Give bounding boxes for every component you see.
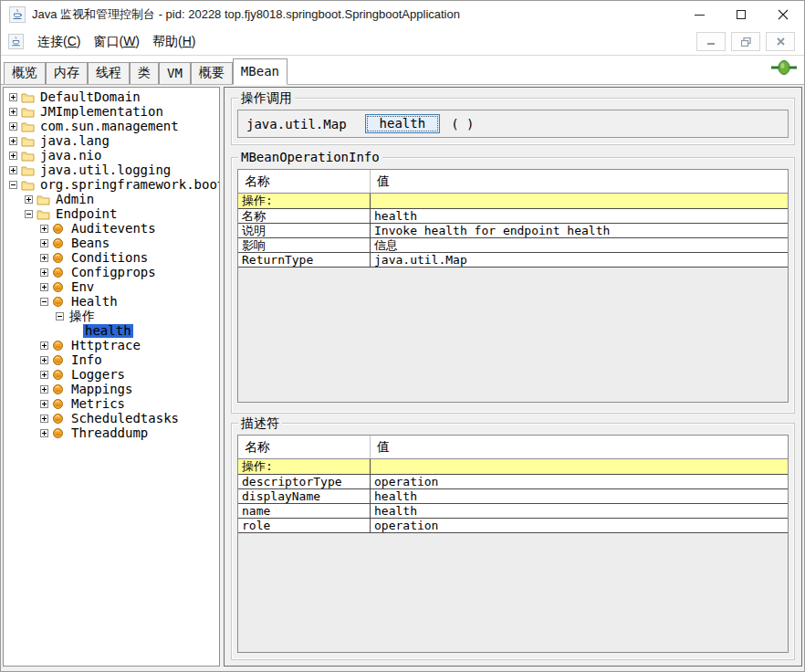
tree-node-java.nio[interactable]: java.nio — [4, 148, 219, 163]
table-row[interactable]: 操作: — [238, 194, 788, 209]
tree-node-com.sun.management[interactable]: com.sun.management — [4, 119, 219, 133]
cell-value: java.util.Map — [371, 253, 788, 267]
table-row[interactable]: 名称health — [238, 209, 788, 224]
expand-icon[interactable] — [9, 152, 17, 160]
expand-icon[interactable] — [40, 385, 48, 394]
expand-icon[interactable] — [40, 371, 48, 379]
expand-icon[interactable] — [9, 137, 17, 145]
menu-item-w[interactable]: 窗口(W) — [87, 31, 146, 53]
tree-node-Configprops[interactable]: Configprops — [4, 265, 219, 279]
expand-icon[interactable] — [40, 268, 48, 277]
tree-node-Auditevents[interactable]: Auditevents — [4, 221, 219, 236]
table-row[interactable]: 操作: — [238, 459, 788, 475]
tree-node-Scheduledtasks[interactable]: Scheduledtasks — [4, 411, 219, 425]
iframe-close-button[interactable] — [766, 32, 795, 51]
tree-node-java.lang[interactable]: java.lang — [4, 133, 219, 148]
table-row[interactable]: ReturnTypejava.util.Map — [238, 253, 788, 268]
tree-node-label: DefaultDomain — [38, 90, 142, 104]
tab-内存[interactable]: 内存 — [46, 62, 88, 84]
tree-node-label: Endpoint — [54, 207, 119, 221]
java-cup-icon-small — [8, 34, 24, 49]
tree-node-Admin[interactable]: Admin — [4, 192, 219, 206]
table-row[interactable]: roleoperation — [238, 519, 788, 533]
tree-node-Endpoint[interactable]: Endpoint — [4, 206, 219, 221]
folder-icon — [37, 207, 51, 220]
expand-icon[interactable] — [9, 122, 17, 131]
tree-node-Threaddump[interactable]: Threaddump — [4, 425, 219, 440]
tree-node-Httptrace[interactable]: Httptrace — [4, 338, 219, 352]
tree-node-label: Auditevents — [69, 222, 158, 236]
table-row[interactable]: descriptorTypeoperation — [238, 475, 788, 489]
collapse-icon[interactable] — [40, 298, 48, 306]
java-cup-icon — [9, 6, 26, 23]
iframe-restore-button[interactable] — [731, 32, 760, 51]
expand-icon[interactable] — [40, 341, 48, 350]
invoke-health-button[interactable]: health — [365, 114, 441, 133]
minimize-button[interactable] — [678, 1, 720, 28]
tree-node-org.springframework.boot[interactable]: org.springframework.boot — [4, 177, 219, 192]
table-row[interactable]: 影响信息 — [238, 238, 788, 253]
menu-item-h[interactable]: 帮助(H) — [146, 31, 202, 53]
maximize-button[interactable] — [720, 1, 762, 28]
table-row[interactable]: 说明Invoke health for endpoint health — [238, 224, 788, 238]
folder-icon — [21, 105, 36, 118]
mbean-content: DefaultDomainJMImplementationcom.sun.man… — [1, 85, 804, 672]
bean-icon — [52, 295, 67, 308]
expand-icon[interactable] — [9, 166, 17, 174]
tab-vm[interactable]: VM — [159, 62, 191, 84]
expand-icon[interactable] — [40, 400, 48, 408]
tab-mbean[interactable]: MBean — [233, 58, 288, 85]
jconsole-window: { "window": { "title": "Java 监视和管理控制台 - … — [0, 0, 805, 672]
bean-icon — [52, 236, 67, 249]
expand-icon[interactable] — [9, 108, 17, 116]
bean-icon — [52, 397, 67, 410]
cell-value: operation — [371, 475, 788, 488]
tree-node-Beans[interactable]: Beans — [4, 236, 219, 250]
table-row[interactable]: displayNamehealth — [238, 489, 788, 504]
tree-node-Conditions[interactable]: Conditions — [4, 250, 219, 265]
tree-node-DefaultDomain[interactable]: DefaultDomain — [4, 89, 219, 104]
collapse-icon[interactable] — [56, 312, 64, 320]
expand-icon[interactable] — [40, 356, 48, 364]
close-button[interactable] — [762, 1, 804, 28]
tree-node-java.util.logging[interactable]: java.util.logging — [4, 163, 219, 177]
tab-类[interactable]: 类 — [130, 62, 159, 84]
tree-node-label: Configprops — [69, 266, 158, 279]
tree-node-Info[interactable]: Info — [4, 352, 219, 367]
descriptor-group: 描述符 名称值操作:descriptorTypeoperationdisplay… — [231, 423, 795, 660]
bean-icon — [52, 280, 67, 293]
collapse-icon[interactable] — [9, 181, 17, 189]
tree-node-Metrics[interactable]: Metrics — [4, 396, 219, 411]
tree-node-label: Env — [69, 280, 96, 294]
expand-icon[interactable] — [9, 93, 17, 101]
tab-线程[interactable]: 线程 — [88, 62, 130, 84]
tree-node-Health[interactable]: Health — [4, 294, 219, 309]
tree-node-Env[interactable]: Env — [4, 279, 219, 294]
tree-node-Loggers[interactable]: Loggers — [4, 367, 219, 382]
bean-icon — [52, 412, 67, 425]
expand-icon[interactable] — [40, 254, 48, 262]
table-row[interactable]: namehealth — [238, 504, 788, 519]
expand-icon[interactable] — [40, 429, 48, 437]
expand-icon[interactable] — [25, 195, 33, 204]
tree-node-操作[interactable]: 操作 — [4, 309, 219, 323]
expand-icon[interactable] — [40, 225, 48, 233]
cell-name: 操作: — [238, 459, 371, 474]
expand-icon[interactable] — [40, 239, 48, 247]
iframe-minimize-button[interactable] — [696, 32, 726, 51]
menu-item-c[interactable]: 连接(C) — [31, 31, 87, 53]
collapse-icon[interactable] — [25, 210, 33, 218]
tree-node-JMImplementation[interactable]: JMImplementation — [4, 104, 219, 119]
tree-node-Mappings[interactable]: Mappings — [4, 382, 219, 396]
tree-node-label: java.lang — [38, 134, 111, 148]
window-controls — [678, 1, 804, 28]
bean-icon — [52, 339, 67, 352]
bean-icon — [52, 383, 67, 395]
operation-info-group: MBeanOperationInfo 名称值操作:名称health说明Invok… — [231, 157, 795, 414]
tree-node-health[interactable]: health — [4, 323, 219, 338]
tab-概览[interactable]: 概览 — [4, 62, 46, 84]
tree-node-label: java.nio — [38, 149, 103, 163]
expand-icon[interactable] — [40, 283, 48, 291]
tab-概要[interactable]: 概要 — [191, 62, 233, 84]
expand-icon[interactable] — [40, 415, 48, 423]
